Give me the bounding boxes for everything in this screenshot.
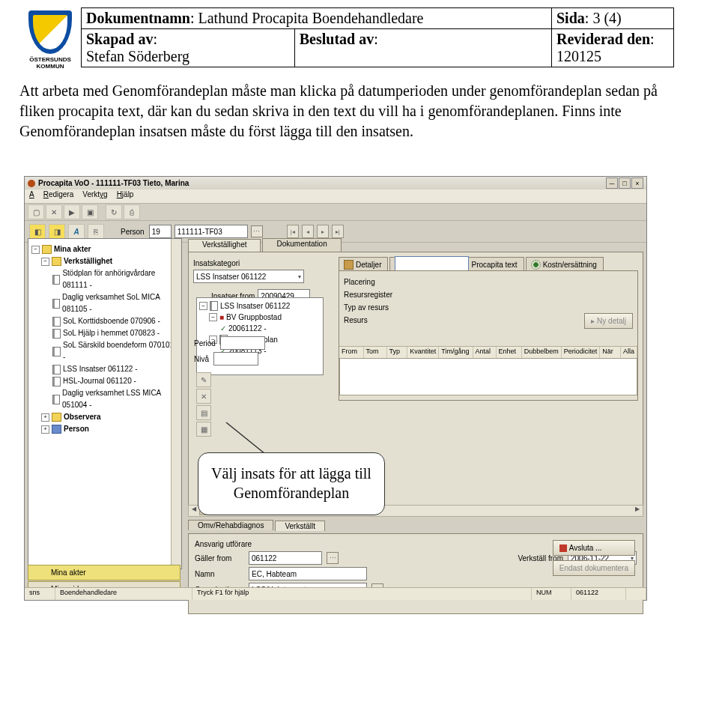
placering-label: Placering [344,276,633,288]
folder-icon [52,257,61,266]
doc-icon [52,329,61,339]
expand-icon[interactable]: − [41,258,49,266]
mini-btn[interactable]: ▦ [196,422,211,437]
toolbar-btn[interactable]: ⎘ [88,224,104,239]
beslutad-av-cell: Beslutad av: [294,29,551,67]
sidebar-tree[interactable]: − Mina akter − Verkställighet Stödplan f… [28,238,182,569]
avsluta-button[interactable]: Avsluta ... [553,540,635,556]
tree-item[interactable]: Stödplan för anhörigvårdare 081111 - [52,267,178,291]
dokumentnamn-cell: Dokumentnamn: Lathund Procapita Boendeha… [82,8,552,29]
doc-icon [52,347,61,357]
tree-item[interactable]: SoL Hjälp i hemmet 070823 - [52,327,178,339]
reviderad-den-cell: Reviderad den: 120125 [552,29,674,67]
kommun-logo: ÖSTERSUNDS KOMMUN [28,10,72,61]
person-id-field[interactable]: 111111-TF03 [175,225,248,238]
expand-icon[interactable]: + [41,413,49,422]
doc-icon [52,395,60,404]
app-icon [28,180,35,187]
tree-item[interactable]: Daglig verksamhet LSS MICA 051004 - [52,387,178,411]
menu-verktyg[interactable]: Verktyg [82,190,107,202]
minimize-button[interactable]: ─ [606,178,618,189]
skapad-av-cell: Skapad av: Stefan Söderberg [82,29,295,67]
tree-observera[interactable]: Observera [64,413,100,421]
toolbar-btn-a[interactable]: A [68,224,85,239]
endast-dokumentera-button[interactable]: Endast dokumentera [553,560,635,576]
toolbar-btn[interactable]: ↻ [106,204,122,219]
tab-dokumentation[interactable]: Dokumentation [262,238,341,252]
tab-omv-rehabdiagnos[interactable]: Omv/Rehabdiagnos [188,520,273,530]
namn-field[interactable]: EC, Habteam [249,567,367,580]
mini-btn[interactable]: ✎ [196,372,211,387]
tab-verkstallt[interactable]: Verkställt [275,521,325,531]
galler-from-field[interactable]: 061122 [249,551,322,565]
typ-av-resurs-label: Typ av resurs [344,301,633,314]
ny-detalj-button[interactable]: ▸ Ny detalj [584,313,633,329]
tree-item[interactable]: Daglig verksamhet SoL MICA 081105 - [52,291,178,315]
tree-item[interactable]: LSS Insatser 061122 - [52,363,178,375]
insatskategori-combo[interactable]: LSS Insatser 061122 [193,270,304,283]
tree-person[interactable]: Person [64,425,89,433]
verkstallt-panel: Ansvarig utförare Gäller from 061122 ⋯ V… [188,533,643,614]
tree-item[interactable]: SoL Korttidsboende 070906 - [52,315,178,327]
doc-icon [52,377,61,386]
toolbar-btn[interactable]: ✕ [46,204,62,219]
tree-item[interactable]: SoL Särskild boendeform 070101 - [52,339,178,363]
toolbar-btn[interactable]: ▢ [28,204,44,219]
tab-procapita-text[interactable]: Procapita text [389,257,524,270]
toolbar-btn[interactable]: ⎙ [124,204,140,219]
toolbar: ▢ ✕ ▶ ▣ ↻ ⎙ [25,204,646,221]
niva-field[interactable] [213,352,258,365]
instruction-callout: Välj insats för att lägga till Genomföra… [198,452,385,515]
sidebar-tab-mina-akter[interactable]: Mina akter [28,565,180,580]
toolbar-btn-yellow[interactable]: ◧ [29,224,46,239]
menu-redigera[interactable]: Redigera [43,190,74,202]
galler-from-label: Gäller from [195,554,243,562]
mini-btn[interactable]: ▤ [196,405,211,420]
namn-label: Namn [195,570,243,578]
doc-icon [52,275,60,285]
mini-btn[interactable]: ✕ [196,389,211,404]
tab-kostn[interactable]: Kostn/ersättning [526,257,604,270]
procapita-screenshot: Procapita VoO - 111111-TF03 Tieto, Marin… [24,176,647,601]
folder-icon [52,425,61,434]
lookup-button[interactable]: ⋯ [327,552,339,564]
window-title: Procapita VoO - 111111-TF03 Tieto, Marin… [38,179,189,187]
period-field[interactable] [220,336,265,350]
toolbar-btn-yellow[interactable]: ◨ [49,224,65,239]
toolbar-btn[interactable]: ▶ [64,204,80,219]
sida-cell: Sida: 3 (4) [552,8,674,29]
tree-verkstallighet[interactable]: Verkställighet [64,257,112,265]
nav-last[interactable]: ▸| [332,225,344,238]
tree-item[interactable]: HSL-Journal 061120 - [52,375,178,387]
close-button[interactable]: × [631,178,643,189]
tab-detaljer[interactable]: Detaljer [339,257,388,270]
resursregister-label: Resursregister [344,288,633,301]
status-bar: sns Boendehandledare Tryck F1 för hjälp … [25,587,646,600]
folder-icon [52,413,61,422]
doc-icon [52,317,61,327]
maximize-button[interactable]: □ [619,178,631,189]
nav-first[interactable]: |◂ [287,225,299,238]
person-label: Person [121,228,145,236]
folder-icon [42,245,52,254]
nav-prev[interactable]: ◂ [302,225,314,238]
expand-icon[interactable]: + [41,425,49,434]
doc-icon [52,299,60,309]
tree-root[interactable]: Mina akter [54,245,91,253]
detail-grid[interactable] [339,358,637,395]
kommun-line1: ÖSTERSUNDS [29,56,71,63]
niva-label: Nivå [194,355,209,363]
person-search-button[interactable]: ⋯ [251,225,263,237]
menu-arkiv[interactable]: A [29,190,34,202]
tab-verkstallighet[interactable]: Verkställighet [188,239,261,252]
person-age-field[interactable]: 19 [149,225,172,238]
doc-icon [52,365,61,374]
period-label: Period [194,339,216,348]
nav-next[interactable]: ▸ [317,225,329,238]
kommun-line2: KOMMUN [37,63,64,70]
expand-icon[interactable]: − [31,246,40,254]
menu-bar: A Redigera Verktyg Hjälp [25,189,646,204]
body-paragraph: Att arbeta med Genomförandeplan måste ma… [19,81,674,142]
toolbar-btn[interactable]: ▣ [82,204,98,219]
menu-hjalp[interactable]: Hjälp [117,190,134,202]
